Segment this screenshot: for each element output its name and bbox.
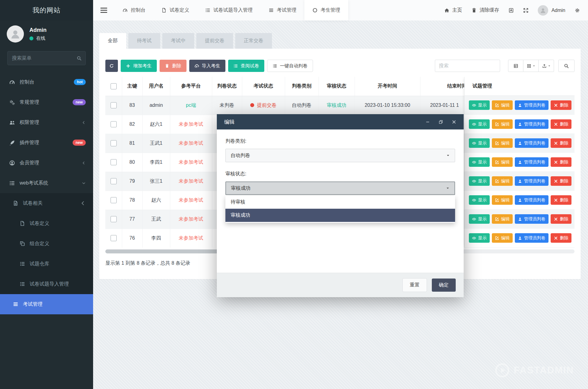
sidebar-item-general[interactable]: 常规管理new bbox=[0, 92, 93, 112]
row-admin-judge-button[interactable]: 管理员判卷 bbox=[515, 195, 548, 205]
maximize-icon[interactable] bbox=[439, 120, 443, 124]
filter-tab-early-submit[interactable]: 提前交卷 bbox=[196, 33, 233, 49]
row-show-button[interactable]: 显示 bbox=[469, 195, 490, 205]
row-show-button[interactable]: 显示 bbox=[469, 100, 490, 110]
filter-tab-ongoing[interactable]: 考试中 bbox=[162, 33, 194, 49]
user-menu[interactable]: Admin bbox=[538, 5, 565, 16]
row-show-button[interactable]: 显示 bbox=[469, 157, 490, 167]
row-show-button[interactable]: 显示 bbox=[469, 138, 490, 148]
select-all-checkbox[interactable] bbox=[111, 83, 117, 89]
chevron-left-icon bbox=[82, 161, 86, 165]
menu-toggle-icon[interactable] bbox=[93, 0, 115, 21]
translate-button[interactable] bbox=[508, 8, 514, 13]
button-label: 一键自动判卷 bbox=[280, 63, 307, 69]
row-delete-button[interactable]: 删除 bbox=[551, 157, 571, 167]
row-delete-button[interactable]: 删除 bbox=[551, 138, 571, 148]
reset-button[interactable]: 重置 bbox=[402, 278, 427, 292]
row-edit-button[interactable]: 编辑 bbox=[492, 100, 513, 110]
row-admin-judge-button[interactable]: 管理员判卷 bbox=[515, 233, 548, 243]
row-delete-button[interactable]: 删除 bbox=[551, 176, 571, 186]
export-button[interactable] bbox=[539, 60, 554, 72]
row-checkbox[interactable] bbox=[111, 178, 117, 184]
sidebar-item-exam-system[interactable]: web考试系统 bbox=[0, 173, 93, 193]
sidebar-item-auth[interactable]: 权限管理 bbox=[0, 112, 93, 133]
row-edit-button[interactable]: 编辑 bbox=[492, 233, 513, 243]
row-checkbox[interactable] bbox=[111, 121, 117, 127]
row-edit-button[interactable]: 编辑 bbox=[492, 157, 513, 167]
filter-tab-waiting[interactable]: 待考试 bbox=[128, 33, 160, 49]
row-delete-button[interactable]: 删除 bbox=[551, 195, 571, 205]
refresh-button[interactable] bbox=[105, 60, 118, 72]
row-delete-button[interactable]: 删除 bbox=[551, 233, 571, 243]
sidebar-item-paper-related[interactable]: 试卷相关 bbox=[0, 193, 93, 213]
filter-tab-normal-submit[interactable]: 正常交卷 bbox=[235, 33, 272, 49]
row-edit-button[interactable]: 编辑 bbox=[492, 214, 513, 224]
clear-cache-link[interactable]: 清除缓存 bbox=[471, 7, 499, 13]
sidebar-item-addon[interactable]: 插件管理new bbox=[0, 133, 93, 153]
auto-judge-button[interactable]: 一键自动判卷 bbox=[267, 60, 313, 72]
row-delete-button[interactable]: 删除 bbox=[551, 119, 571, 129]
columns-button[interactable] bbox=[523, 60, 539, 72]
table-search-input[interactable] bbox=[435, 60, 500, 72]
button-label: 删除 bbox=[560, 197, 568, 203]
row-admin-judge-button[interactable]: 管理员判卷 bbox=[515, 214, 548, 224]
row-admin-judge-button[interactable]: 管理员判卷 bbox=[515, 119, 548, 129]
row-edit-button[interactable]: 编辑 bbox=[492, 195, 513, 205]
actions-rows: 显示编辑管理员判卷删除显示编辑管理员判卷删除显示编辑管理员判卷删除显示编辑管理员… bbox=[465, 96, 575, 248]
sidebar-item-paper-import[interactable]: 试卷试题导入管理 bbox=[0, 274, 93, 294]
row-show-button[interactable]: 显示 bbox=[469, 214, 490, 224]
sidebar-item-dashboard[interactable]: 控制台hot bbox=[0, 72, 93, 92]
row-checkbox[interactable] bbox=[111, 102, 117, 108]
fullscreen-button[interactable] bbox=[523, 8, 529, 13]
sidebar-item-exam-manage[interactable]: 考试管理 bbox=[0, 294, 93, 314]
sidebar-item-question-bank[interactable]: 试题仓库 bbox=[0, 254, 93, 274]
row-show-button[interactable]: 显示 bbox=[469, 176, 490, 186]
delete-button[interactable]: 删除 bbox=[160, 60, 187, 72]
judge-type-select[interactable]: 自动判卷 bbox=[225, 149, 455, 162]
row-admin-judge-button[interactable]: 管理员判卷 bbox=[515, 138, 548, 148]
nav-tab-examinee-manage[interactable]: 考生管理 bbox=[304, 0, 348, 21]
detail-view-button[interactable] bbox=[508, 60, 523, 72]
row-show-button[interactable]: 显示 bbox=[469, 119, 490, 129]
row-checkbox[interactable] bbox=[111, 140, 117, 146]
settings-button[interactable] bbox=[575, 8, 580, 13]
site-title: 我的网站 bbox=[0, 0, 93, 21]
sidebar-item-member[interactable]: 会员管理 bbox=[0, 153, 93, 173]
row-admin-judge-button[interactable]: 管理员判卷 bbox=[515, 100, 548, 110]
row-select-cell bbox=[105, 96, 122, 115]
option-pending[interactable]: 待审核 bbox=[225, 196, 455, 209]
nav-tab-paper-define[interactable]: 试卷定义 bbox=[153, 0, 197, 21]
audit-status-select[interactable]: 审核成功 bbox=[225, 181, 455, 195]
row-checkbox[interactable] bbox=[111, 235, 117, 241]
button-label: 导入考生 bbox=[202, 63, 220, 69]
search-button[interactable] bbox=[558, 60, 575, 72]
review-paper-button[interactable]: 查阅试卷 bbox=[228, 60, 264, 72]
add-examinee-button[interactable]: 增加考生 bbox=[121, 60, 157, 72]
row-admin-judge-button[interactable]: 管理员判卷 bbox=[515, 157, 548, 167]
sidebar-search-input[interactable] bbox=[7, 51, 86, 65]
row-edit-button[interactable]: 编辑 bbox=[492, 176, 513, 186]
nav-tab-exam-manage[interactable]: 考试管理 bbox=[261, 0, 304, 21]
close-icon[interactable] bbox=[452, 120, 456, 124]
row-checkbox[interactable] bbox=[111, 197, 117, 203]
row-edit-button[interactable]: 编辑 bbox=[492, 119, 513, 129]
row-admin-judge-button[interactable]: 管理员判卷 bbox=[515, 176, 548, 186]
row-show-button[interactable]: 显示 bbox=[469, 233, 490, 243]
nav-tab-dashboard[interactable]: 控制台 bbox=[115, 0, 153, 21]
edit-icon bbox=[495, 122, 499, 126]
minimize-icon[interactable] bbox=[425, 120, 430, 124]
nav-tab-paper-import[interactable]: 试卷试题导入管理 bbox=[197, 0, 261, 21]
row-delete-button[interactable]: 删除 bbox=[551, 100, 571, 110]
confirm-button[interactable]: 确定 bbox=[432, 279, 456, 292]
judge-type-label: 判卷类别: bbox=[225, 138, 455, 144]
sidebar-item-combo-define[interactable]: 组合定义 bbox=[0, 234, 93, 254]
row-delete-button[interactable]: 删除 bbox=[551, 214, 571, 224]
import-examinee-button[interactable]: 导入考生 bbox=[189, 60, 225, 72]
row-checkbox[interactable] bbox=[111, 216, 117, 222]
home-link[interactable]: 主页 bbox=[444, 7, 462, 13]
option-success[interactable]: 审核成功 bbox=[225, 209, 455, 222]
sidebar-item-paper-define[interactable]: 试卷定义 bbox=[0, 213, 93, 234]
filter-tab-all[interactable]: 全部 bbox=[99, 33, 126, 49]
row-edit-button[interactable]: 编辑 bbox=[492, 138, 513, 148]
row-checkbox[interactable] bbox=[111, 159, 117, 165]
